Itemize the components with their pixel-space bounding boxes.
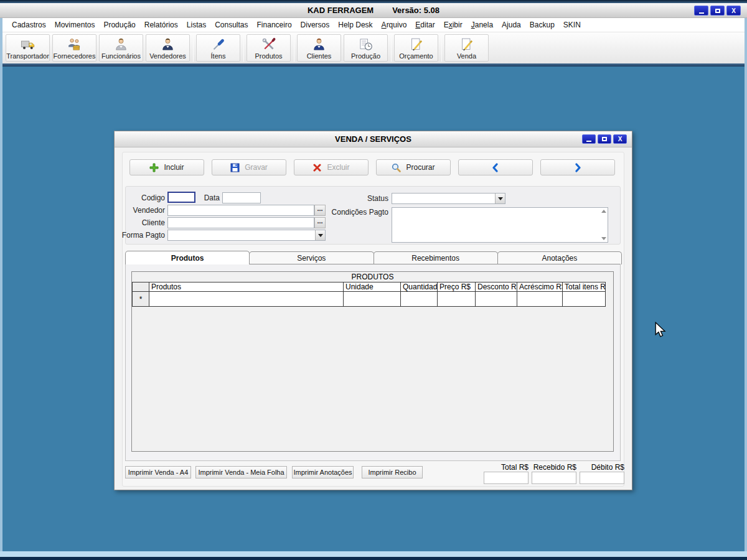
scroll-down-arrow-icon[interactable]: [601, 237, 606, 240]
tab-recebimentos[interactable]: Recebimentos: [374, 251, 498, 264]
close-button[interactable]: X: [726, 6, 741, 16]
scroll-up-arrow-icon[interactable]: [601, 210, 606, 213]
plus-icon: [149, 163, 159, 172]
forma-pagto-dropdown-arrow[interactable]: [315, 230, 325, 240]
suppliers-icon: [67, 37, 82, 52]
vendedor-input[interactable]: [167, 205, 314, 216]
imprimir-anotacoes-button[interactable]: Imprimir Anotações: [292, 466, 354, 478]
app-title: KAD FERRAGEM: [308, 6, 374, 15]
previous-record-button[interactable]: [458, 159, 533, 175]
products-grid: PRODUTOS Produtos Unidade Quantidade Pre…: [131, 271, 614, 452]
imprimir-venda-a4-button[interactable]: Imprimir Venda - A4: [125, 466, 191, 478]
status-select[interactable]: [392, 193, 505, 204]
excluir-button[interactable]: Excluir: [294, 159, 369, 175]
menu-item-movimentos[interactable]: Movimentos: [50, 19, 100, 31]
dialog-maximize-button[interactable]: [598, 134, 611, 144]
grid-cell-unidade[interactable]: [344, 292, 401, 307]
toolbar-button-fornecedores[interactable]: Fornecedores: [52, 34, 96, 62]
menu-item-consultas[interactable]: Consultas: [210, 19, 252, 31]
dialog-window-controls: X: [582, 134, 627, 144]
data-input[interactable]: [222, 192, 261, 203]
debito-label: Débito R$: [568, 463, 624, 472]
grid-new-row: *: [133, 292, 606, 307]
codigo-input[interactable]: [167, 192, 195, 203]
tab-servicos[interactable]: Serviços: [249, 251, 374, 264]
recebido-input[interactable]: [532, 472, 576, 484]
toolbar-button-funcionarios[interactable]: Funcionários: [99, 34, 143, 62]
toolbar-button-venda[interactable]: Venda: [444, 34, 489, 62]
menu-item-producao[interactable]: Produção: [99, 19, 139, 31]
gravar-button[interactable]: Gravar: [212, 159, 286, 175]
dialog-minimize-button[interactable]: [582, 134, 596, 144]
toolbar-button-transportador[interactable]: Transportador: [6, 34, 50, 62]
toolbar-label: Transportador: [6, 52, 49, 60]
tab-produtos[interactable]: Produtos: [125, 251, 250, 264]
maximize-icon: [715, 9, 720, 13]
dialog-close-button[interactable]: X: [613, 134, 627, 144]
menu-item-diversos[interactable]: Diversos: [296, 19, 334, 31]
toolbar-button-clientes[interactable]: Clientes: [297, 34, 341, 62]
status-label: Status: [332, 194, 388, 203]
grid-cell-acrescimo[interactable]: [517, 292, 563, 307]
toolbar-label: Produtos: [255, 52, 282, 60]
total-input[interactable]: [484, 472, 529, 484]
tools-icon: [261, 37, 276, 52]
grid-cell-desconto[interactable]: [476, 292, 517, 307]
toolbar-button-vendedores[interactable]: Vendedores: [146, 34, 190, 62]
condicoes-pagto-label: Condições Pagto: [326, 208, 388, 217]
menu-item-listas[interactable]: Listas: [182, 19, 210, 31]
cliente-input[interactable]: [167, 217, 314, 228]
dialog-titlebar: VENDA / SERVIÇOS X: [115, 131, 632, 147]
menu-item-financeiro[interactable]: Financeiro: [253, 19, 296, 31]
toolbar-button-orcamento[interactable]: Orçamento: [394, 34, 438, 62]
toolbar-separator: [243, 34, 244, 62]
menu-item-cadastros[interactable]: Cadastros: [7, 19, 50, 31]
window-frame-bottom-light: [0, 551, 747, 557]
app-version: Versão: 5.08: [392, 6, 439, 15]
toolbar-label: Produção: [351, 52, 380, 60]
toolbar-label: Orçamento: [399, 52, 433, 60]
maximize-icon: [602, 137, 607, 141]
minimize-button[interactable]: [694, 6, 708, 16]
menu-item-editar[interactable]: Editar: [411, 19, 439, 31]
menu-item-skin[interactable]: SKIN: [559, 19, 585, 31]
main-toolbar: Transportador Fornecedores Funcionários …: [2, 32, 745, 63]
grid-header-desconto: Desconto R$: [476, 282, 517, 292]
grid-header-acrescimo: Acréscimo R$: [517, 282, 563, 292]
menu-item-arquivo[interactable]: Arquivo: [377, 19, 411, 31]
desktop: KAD FERRAGEM Versão: 5.08 X Cadastros Mo…: [0, 0, 747, 560]
forma-pagto-select[interactable]: [167, 230, 326, 241]
menu-item-backup[interactable]: Backup: [525, 19, 559, 31]
condicoes-pagto-textarea[interactable]: [392, 207, 608, 243]
imprimir-recibo-button[interactable]: Imprimir Recibo: [362, 466, 423, 478]
codigo-label: Codigo: [126, 194, 165, 202]
next-record-button[interactable]: [540, 159, 615, 175]
menu-item-relatorios[interactable]: Relatórios: [140, 19, 182, 31]
grid-cell-preco[interactable]: [438, 292, 476, 307]
grid-cell-total-itens[interactable]: [563, 292, 606, 307]
menu-item-exibir[interactable]: Exibir: [439, 19, 467, 31]
menu-item-ajuda[interactable]: Ajuda: [497, 19, 525, 31]
menu-item-helpdesk[interactable]: Help Desk: [334, 19, 377, 31]
app-titlebar: KAD FERRAGEM Versão: 5.08 X: [0, 3, 747, 18]
incluir-button[interactable]: Incluir: [129, 159, 204, 175]
sale-icon: [459, 37, 474, 52]
imprimir-venda-meia-folha-button[interactable]: Imprimir Venda - Meia Folha: [195, 466, 287, 478]
menu-item-janela[interactable]: Janela: [467, 19, 497, 31]
grid-cell-produtos[interactable]: [149, 292, 344, 307]
grid-row-selector: *: [133, 292, 149, 307]
toolbar-button-produtos[interactable]: Produtos: [247, 34, 291, 62]
debito-input[interactable]: [580, 472, 624, 484]
procurar-button[interactable]: Procurar: [376, 159, 451, 175]
condicoes-pagto-text[interactable]: [392, 208, 599, 242]
grid-cell-quantidade[interactable]: [401, 292, 438, 307]
cliente-browse-button[interactable]: ...: [314, 217, 326, 228]
toolbar-button-producao[interactable]: Produção: [344, 34, 388, 62]
window-frame-left: [0, 18, 2, 551]
toolbar-label: Ítens: [211, 52, 226, 60]
tab-anotacoes[interactable]: Anotações: [497, 251, 622, 264]
maximize-button[interactable]: [710, 6, 725, 16]
vendedor-browse-button[interactable]: ...: [314, 205, 326, 216]
status-dropdown-arrow[interactable]: [495, 194, 505, 203]
toolbar-button-itens[interactable]: Ítens: [196, 34, 240, 62]
